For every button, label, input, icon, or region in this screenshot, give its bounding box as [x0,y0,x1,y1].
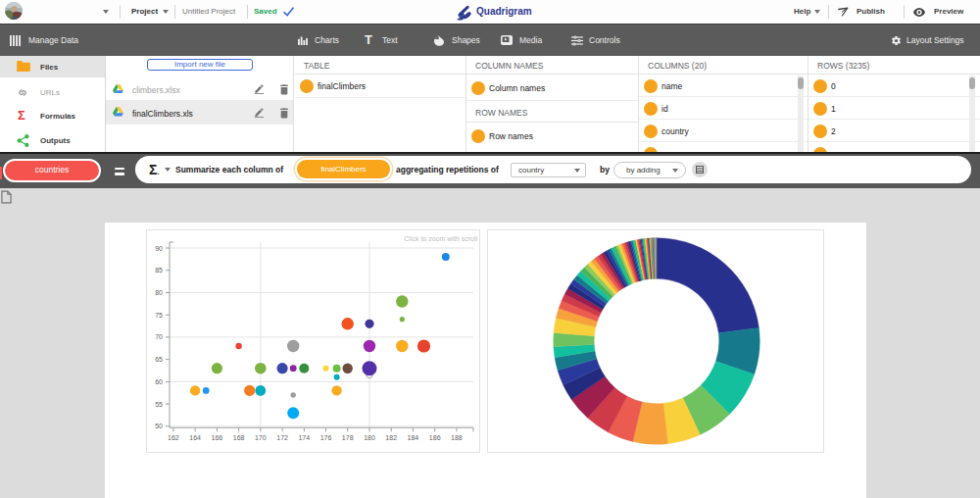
svg-text:180: 180 [364,434,375,441]
svg-text:55: 55 [155,401,163,408]
svg-text:90: 90 [155,245,163,252]
svg-text:85: 85 [155,267,163,274]
svg-text:188: 188 [451,434,463,441]
svg-text:50: 50 [155,423,163,429]
svg-text:172: 172 [276,434,288,441]
svg-text:176: 176 [320,434,332,441]
svg-text:182: 182 [385,434,397,441]
svg-text:75: 75 [155,312,163,319]
svg-text:70: 70 [155,333,163,340]
svg-text:65: 65 [155,356,163,363]
svg-text:174: 174 [298,434,310,441]
svg-text:184: 184 [408,434,419,441]
svg-text:162: 162 [168,434,179,441]
svg-text:168: 168 [233,434,245,441]
svg-text:80: 80 [155,289,163,296]
svg-text:Click to zoom with scroll: Click to zoom with scroll [404,235,477,242]
svg-text:178: 178 [342,434,354,441]
svg-text:166: 166 [212,434,223,441]
svg-text:164: 164 [189,434,201,441]
svg-text:60: 60 [155,378,163,385]
svg-text:186: 186 [429,434,441,441]
svg-text:170: 170 [255,434,267,441]
